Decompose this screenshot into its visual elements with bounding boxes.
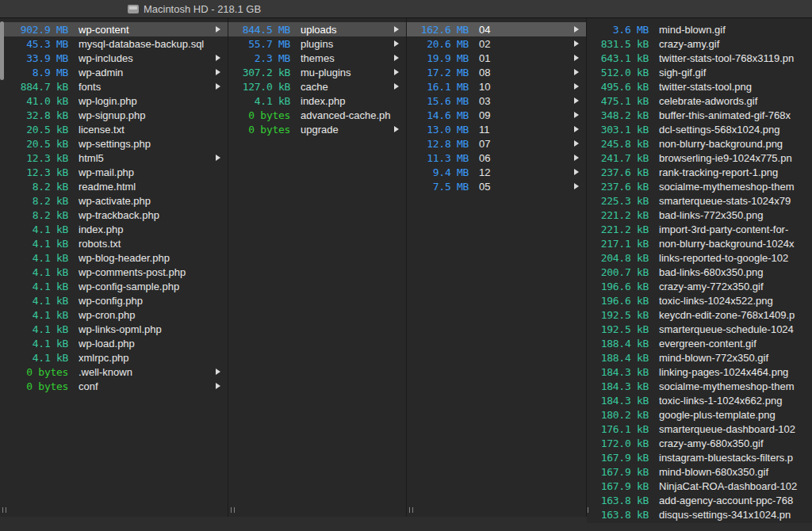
file-row[interactable]: 7.5 MB05 bbox=[407, 179, 586, 193]
column-resize-grip[interactable] bbox=[231, 507, 235, 513]
column-resize-grip[interactable] bbox=[587, 507, 588, 513]
file-row[interactable]: 167.9 kBmind-blown-680x350.gif bbox=[587, 464, 812, 479]
file-row[interactable]: 162.6 MB04 bbox=[407, 22, 586, 36]
file-row[interactable]: 0 bytesconf bbox=[0, 379, 228, 393]
file-row[interactable]: 41.0 kBwp-login.php bbox=[0, 94, 228, 108]
file-row[interactable]: 163.8 kBdisqus-settings-341x1024.pn bbox=[587, 507, 812, 521]
file-size: 4.1 kB bbox=[10, 338, 68, 350]
file-row[interactable]: 4.1 kBwp-cron.php bbox=[0, 308, 228, 322]
file-row[interactable]: 45.3 MBmysql-database-backup.sql bbox=[0, 36, 228, 51]
file-size: 2.3 MB bbox=[232, 52, 290, 64]
file-row[interactable]: 831.5 kBcrazy-amy.gif bbox=[587, 36, 812, 51]
file-row[interactable]: 4.1 kBwp-config.php bbox=[0, 293, 228, 308]
file-size: 844.5 MB bbox=[232, 24, 290, 36]
file-row[interactable]: 4.1 kBwp-comments-post.php bbox=[0, 265, 228, 279]
column-resize-grip[interactable] bbox=[409, 507, 413, 513]
file-row[interactable]: 15.6 MB03 bbox=[407, 94, 586, 108]
file-row[interactable]: 20.6 MB02 bbox=[407, 36, 586, 51]
file-row[interactable]: 167.9 kBinstagram-bluestacks-filters.p bbox=[587, 450, 812, 464]
file-row[interactable]: 184.3 kBtoxic-links-1-1024x662.png bbox=[587, 393, 812, 407]
file-row[interactable]: 4.1 kBwp-config-sample.php bbox=[0, 279, 228, 293]
file-row[interactable]: 127.0 kBcache bbox=[228, 79, 406, 94]
column-resize-grip[interactable] bbox=[2, 507, 6, 513]
file-row[interactable]: 4.1 kBxmlrpc.php bbox=[0, 350, 228, 365]
file-name: plugins bbox=[301, 38, 389, 50]
file-row[interactable]: 200.7 kBbad-links-680x350.png bbox=[587, 265, 812, 279]
file-row[interactable]: 16.1 MB10 bbox=[407, 79, 586, 94]
file-row[interactable]: 32.8 kBwp-signup.php bbox=[0, 108, 228, 122]
file-row[interactable]: 11.3 MB06 bbox=[407, 151, 586, 165]
file-row[interactable]: 20.5 kBwp-settings.php bbox=[0, 136, 228, 151]
file-row[interactable]: 184.3 kBsocialme-mythemeshop-them bbox=[587, 379, 812, 393]
file-size: 192.5 kB bbox=[590, 309, 649, 321]
file-row[interactable]: 188.4 kBevergreen-content.gif bbox=[587, 336, 812, 350]
file-name: conf bbox=[79, 380, 211, 392]
file-name: fonts bbox=[79, 81, 211, 93]
file-row[interactable]: 33.9 MBwp-includes bbox=[0, 51, 228, 65]
file-row[interactable]: 225.3 kBsmarterqueue-stats-1024x79 bbox=[587, 193, 812, 208]
file-row[interactable]: 180.2 kBgoogle-plus-template.png bbox=[587, 407, 812, 422]
hard-drive-icon bbox=[128, 5, 139, 13]
file-row[interactable]: 0 bytesupgrade bbox=[228, 122, 406, 136]
file-row[interactable]: 237.6 kBrank-tracking-report-1.png bbox=[587, 165, 812, 179]
file-row[interactable]: 12.3 kBwp-mail.php bbox=[0, 165, 228, 179]
file-row[interactable]: 241.7 kBbrowserling-ie9-1024x775.pn bbox=[587, 151, 812, 165]
file-row[interactable]: 512.0 kBsigh-gif.gif bbox=[587, 65, 812, 79]
file-row[interactable]: 844.5 MBuploads bbox=[228, 22, 406, 36]
file-row[interactable]: 192.5 kBsmarterqueue-schedule-1024 bbox=[587, 322, 812, 336]
file-row[interactable]: 0 bytesadvanced-cache.ph bbox=[228, 108, 406, 122]
file-row[interactable]: 196.6 kBtoxic-links-1024x522.png bbox=[587, 293, 812, 308]
file-row[interactable]: 495.6 kBtwitter-stats-tool.png bbox=[587, 79, 812, 94]
file-row[interactable]: 348.2 kBbuffer-this-animated-gif-768x bbox=[587, 108, 812, 122]
file-row[interactable]: 4.1 kBindex.php bbox=[0, 222, 228, 236]
file-row[interactable]: 176.1 kBsmarterqueue-dashboard-102 bbox=[587, 422, 812, 436]
file-row[interactable]: 221.2 kBbad-links-772x350.png bbox=[587, 208, 812, 222]
file-row[interactable]: 0 bytes.well-known bbox=[0, 365, 228, 379]
file-row[interactable]: 237.6 kBsocialme-mythemeshop-them bbox=[587, 179, 812, 193]
file-size: 237.6 kB bbox=[590, 181, 649, 193]
file-row[interactable]: 188.4 kBmind-blown-772x350.gif bbox=[587, 350, 812, 365]
file-row[interactable]: 8.2 kBreadme.html bbox=[0, 179, 228, 193]
file-row[interactable]: 884.7 kBfonts bbox=[0, 79, 228, 94]
file-row[interactable]: 307.2 kBmu-plugins bbox=[228, 65, 406, 79]
file-row[interactable]: 643.1 kBtwitter-stats-tool-768x3119.pn bbox=[587, 51, 812, 65]
file-row[interactable]: 4.1 kBrobots.txt bbox=[0, 236, 228, 250]
file-row[interactable]: 167.9 kBNinjaCat-ROA-dashboard-102 bbox=[587, 479, 812, 493]
file-row[interactable]: 4.1 kBwp-blog-header.php bbox=[0, 250, 228, 265]
file-row[interactable]: 13.0 MB11 bbox=[407, 122, 586, 136]
disclosure-arrow-icon bbox=[574, 83, 579, 90]
file-row[interactable]: 12.3 kBhtml5 bbox=[0, 151, 228, 165]
file-row[interactable]: 17.2 MB08 bbox=[407, 65, 586, 79]
file-name: index.php bbox=[301, 95, 399, 107]
file-row[interactable]: 12.8 MB07 bbox=[407, 136, 586, 151]
file-row[interactable]: 4.1 kBwp-load.php bbox=[0, 336, 228, 350]
file-row[interactable]: 14.6 MB09 bbox=[407, 108, 586, 122]
file-row[interactable]: 184.3 kBlinking-pages-1024x464.png bbox=[587, 365, 812, 379]
file-row[interactable]: 475.1 kBcelebrate-adwords.gif bbox=[587, 94, 812, 108]
file-row[interactable]: 8.2 kBwp-trackback.php bbox=[0, 208, 228, 222]
file-row[interactable]: 9.4 MB12 bbox=[407, 165, 586, 179]
file-row[interactable]: 20.5 kBlicense.txt bbox=[0, 122, 228, 136]
file-row[interactable]: 221.2 kBimport-3rd-party-content-for- bbox=[587, 222, 812, 236]
file-row[interactable]: 217.1 kBnon-blurry-background-1024x bbox=[587, 236, 812, 250]
file-row[interactable]: 902.9 MBwp-content bbox=[0, 22, 228, 36]
file-row[interactable]: 192.5 kBkeycdn-edit-zone-768x1409.p bbox=[587, 308, 812, 322]
file-row[interactable]: 4.1 kBwp-links-opml.php bbox=[0, 322, 228, 336]
file-row[interactable]: 19.9 MB01 bbox=[407, 51, 586, 65]
file-row[interactable]: 245.8 kBnon-blurry-background.png bbox=[587, 136, 812, 151]
file-row[interactable]: 8.9 MBwp-admin bbox=[0, 65, 228, 79]
file-row[interactable]: 303.1 kBdcl-settings-568x1024.png bbox=[587, 122, 812, 136]
file-row[interactable]: 55.7 MBplugins bbox=[228, 36, 406, 51]
file-size: 0 bytes bbox=[10, 380, 68, 392]
file-row[interactable]: 4.1 kBindex.php bbox=[228, 94, 406, 108]
file-size: 19.9 MB bbox=[410, 52, 469, 64]
file-row[interactable]: 3.6 MBmind-blown.gif bbox=[587, 22, 812, 36]
file-row[interactable]: 204.8 kBlinks-reported-to-google-102 bbox=[587, 250, 812, 265]
file-row[interactable]: 172.0 kBcrazy-amy-680x350.gif bbox=[587, 436, 812, 450]
file-name: wp-settings.php bbox=[79, 138, 220, 150]
scrollbar-thumb[interactable] bbox=[0, 21, 4, 80]
file-row[interactable]: 8.2 kBwp-activate.php bbox=[0, 193, 228, 208]
file-row[interactable]: 2.3 MBthemes bbox=[228, 51, 406, 65]
file-row[interactable]: 196.6 kBcrazy-amy-772x350.gif bbox=[587, 279, 812, 293]
file-row[interactable]: 163.8 kBadd-agency-account-ppc-768 bbox=[587, 493, 812, 507]
